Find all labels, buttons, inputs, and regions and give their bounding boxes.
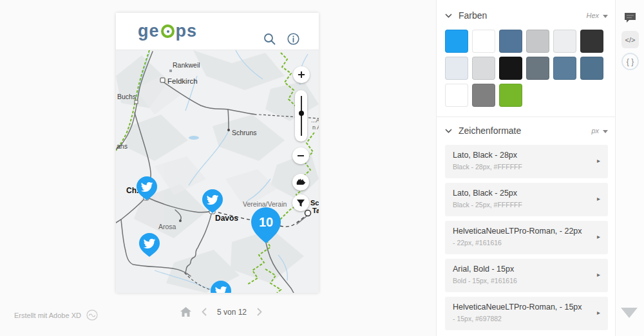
color-swatch[interactable] — [499, 30, 522, 53]
text-style-card[interactable]: Lato, Black - 25pxBlack - 25px, #FFFFFF▸ — [445, 183, 608, 216]
home-icon[interactable] — [180, 307, 191, 317]
plus-icon — [298, 71, 305, 79]
style-title: HelveticaNeueLTPro-Roman, - 22px — [453, 227, 591, 236]
credit-text: Erstellt mit Adobe XD — [14, 312, 81, 319]
color-swatch-grid — [445, 30, 608, 107]
color-swatch[interactable] — [580, 30, 603, 53]
text-style-card[interactable]: Arial, Bold - 15pxBold - 15px, #161616▸ — [445, 259, 608, 292]
text-style-card[interactable]: Lato, Black - 28pxBlack - 28px, #FFFFFF▸ — [445, 145, 608, 178]
type-section-header[interactable]: Zeichenformate px — [445, 126, 608, 136]
color-swatch[interactable] — [445, 57, 468, 80]
map-label: ...A — [311, 117, 319, 124]
style-title: Lato, Black - 25px — [453, 189, 591, 198]
unit-dropdown-icon[interactable] — [603, 15, 608, 18]
type-unit-label[interactable]: px — [591, 127, 599, 135]
color-swatch[interactable] — [553, 57, 576, 80]
comments-button[interactable] — [621, 9, 639, 26]
lake — [189, 136, 199, 140]
color-swatch[interactable] — [526, 57, 549, 80]
logo-text-ge: ge — [138, 21, 160, 41]
color-swatch[interactable] — [445, 30, 468, 53]
logo-o-icon — [161, 24, 175, 38]
filter-button[interactable] — [292, 194, 309, 211]
map-label: Scu — [310, 199, 319, 207]
text-style-card[interactable]: HelveticaNeueLTPro-Roman, - 15px- 15px, … — [445, 297, 608, 330]
filter-funnel-icon — [296, 199, 305, 207]
page: geps — [0, 0, 644, 336]
slider-track — [301, 96, 302, 136]
color-swatch[interactable] — [580, 57, 603, 80]
map-label: Arosa — [158, 223, 176, 230]
hedgehog-icon — [296, 178, 306, 186]
color-swatch[interactable] — [526, 30, 549, 53]
chevron-right-icon: ▸ — [597, 233, 600, 240]
layers-animal-button[interactable] — [292, 174, 309, 191]
collapse-flag-icon[interactable] — [621, 308, 638, 318]
colors-section-title: Farben — [459, 10, 586, 21]
color-swatch[interactable] — [472, 84, 495, 107]
color-swatch[interactable] — [499, 84, 522, 107]
map-canvas: RankweilFeldkirchBuchsansSchruns...An AC… — [116, 50, 319, 293]
search-icon[interactable] — [263, 33, 276, 45]
zoom-slider[interactable] — [295, 90, 307, 142]
variables-button[interactable]: { } — [621, 53, 639, 70]
style-subtitle: - 22px, #161616 — [453, 239, 591, 247]
color-swatch[interactable] — [472, 30, 495, 53]
info-icon[interactable] — [287, 33, 299, 45]
section-divider — [437, 117, 615, 117]
color-swatch[interactable] — [553, 30, 576, 53]
page-indicator: 5 von 12 — [217, 308, 247, 317]
style-subtitle: Black - 25px, #FFFFFF — [453, 201, 591, 209]
map[interactable]: RankweilFeldkirchBuchsansSchruns...An AC… — [116, 50, 319, 293]
map-label: Davos — [215, 214, 238, 223]
station-feldkirch — [160, 78, 165, 82]
next-page-icon[interactable] — [257, 308, 262, 316]
prev-page-icon[interactable] — [202, 308, 207, 316]
station-arosa — [179, 219, 182, 222]
zoom-in-button[interactable] — [293, 66, 310, 83]
text-style-list: Lato, Black - 28pxBlack - 28px, #FFFFFF▸… — [445, 145, 608, 330]
type-section-title: Zeichenformate — [459, 126, 591, 136]
map-label: Tar — [312, 207, 319, 214]
map-label: Buchs — [117, 93, 136, 100]
text-style-card[interactable]: HelveticaNeueLTPro-Roman, - 22px- 22px, … — [445, 221, 608, 254]
chevron-down-icon — [445, 14, 452, 18]
zoom-out-button[interactable] — [292, 147, 309, 164]
style-subtitle: Bold - 15px, #161616 — [453, 277, 591, 285]
station-schruns — [227, 129, 230, 131]
color-swatch[interactable] — [472, 57, 495, 80]
chevron-right-icon: ▸ — [597, 157, 600, 164]
slider-knob[interactable] — [299, 111, 304, 116]
map-label: Feldkirch — [167, 77, 198, 85]
style-title: Lato, Black - 28px — [453, 151, 591, 160]
color-swatch[interactable] — [445, 84, 468, 107]
station-buchs — [135, 100, 138, 104]
pagination: 5 von 12 — [180, 307, 262, 317]
logo-text-ps: ps — [176, 21, 198, 41]
station-rankweil — [169, 70, 172, 72]
unit-dropdown-icon[interactable] — [603, 130, 608, 133]
chevron-down-icon — [445, 129, 452, 133]
credit: Erstellt mit Adobe XD — [14, 310, 98, 321]
artboard: geps — [116, 13, 319, 293]
map-label: Rankweil — [173, 61, 200, 69]
colors-unit-label[interactable]: Hex — [586, 12, 599, 19]
chevron-right-icon: ▸ — [597, 195, 600, 202]
braces-icon: { } — [627, 57, 634, 66]
geops-logo: geps — [138, 21, 197, 41]
right-toolbar: </> { } — [615, 0, 644, 336]
specs-button[interactable]: </> — [621, 31, 639, 48]
creative-cloud-icon — [86, 310, 98, 321]
chevron-right-icon: ▸ — [597, 309, 600, 316]
app-header: geps — [116, 13, 319, 50]
map-label: ans — [117, 142, 128, 150]
code-icon: </> — [625, 36, 636, 44]
cluster-count: 10 — [259, 215, 273, 229]
color-swatch[interactable] — [499, 57, 522, 80]
colors-section-header[interactable]: Farben Hex — [445, 10, 608, 21]
style-subtitle: Black - 28px, #FFFFFF — [453, 163, 591, 171]
minus-icon — [297, 152, 305, 160]
map-label: Vereina/Verain — [243, 200, 287, 208]
style-title: HelveticaNeueLTPro-Roman, - 15px — [453, 303, 591, 312]
style-title: Arial, Bold - 15px — [453, 265, 591, 274]
